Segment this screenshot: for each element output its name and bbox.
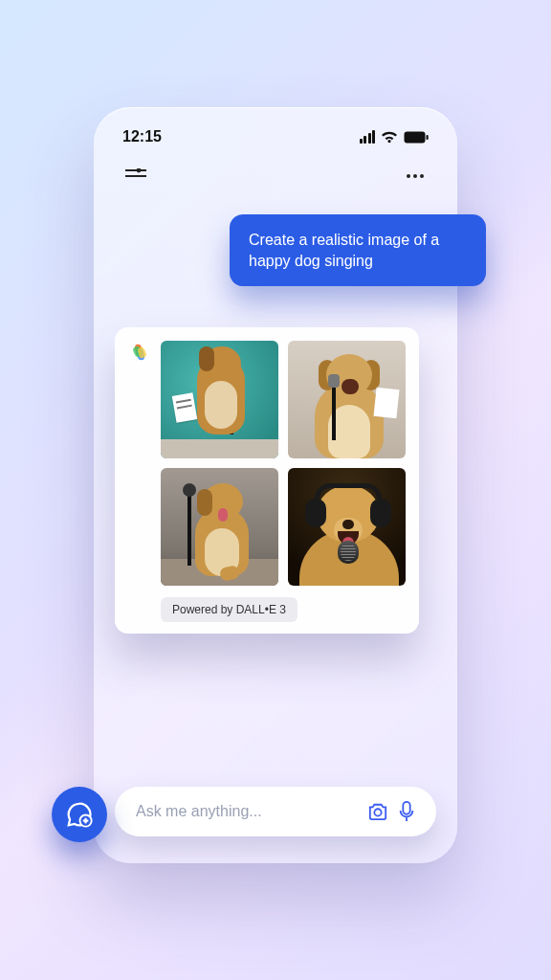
- dots-icon: [407, 174, 410, 178]
- copilot-logo-icon: [128, 341, 151, 364]
- image-result-card: Powered by DALL•E 3: [115, 327, 419, 634]
- battery-icon: [404, 131, 429, 144]
- svg-rect-1: [427, 135, 429, 140]
- status-time: 12:15: [122, 128, 162, 145]
- phone-frame: 12:15 Create a realistic image of a happ…: [94, 107, 457, 863]
- mic-button[interactable]: [392, 797, 421, 826]
- new-chat-button[interactable]: [52, 787, 107, 842]
- svg-point-4: [137, 168, 142, 172]
- generated-image[interactable]: [288, 468, 406, 586]
- chat-input-bar: [115, 787, 436, 836]
- powered-by-label: Powered by DALL•E 3: [161, 597, 298, 622]
- chat-input[interactable]: [136, 803, 364, 820]
- generated-image[interactable]: [288, 341, 406, 458]
- input-area: [94, 787, 457, 836]
- more-button[interactable]: [402, 163, 429, 189]
- chat-plus-icon: [65, 800, 94, 829]
- camera-button[interactable]: [364, 797, 392, 826]
- user-message-bubble[interactable]: Create a realistic image of a happy dog …: [230, 214, 486, 286]
- menu-icon: [125, 168, 146, 184]
- menu-button[interactable]: [122, 163, 149, 189]
- svg-rect-0: [405, 131, 426, 143]
- mic-icon: [398, 801, 415, 822]
- status-bar: 12:15: [115, 126, 436, 159]
- wifi-icon: [381, 130, 398, 144]
- svg-point-5: [374, 809, 381, 815]
- generated-image[interactable]: [161, 468, 278, 586]
- camera-icon: [367, 802, 388, 821]
- signal-icon: [360, 130, 376, 144]
- generated-images-grid: [161, 341, 406, 586]
- app-header: [115, 159, 436, 207]
- svg-rect-6: [403, 802, 409, 814]
- status-icons: [360, 130, 430, 144]
- generated-image[interactable]: [161, 341, 278, 458]
